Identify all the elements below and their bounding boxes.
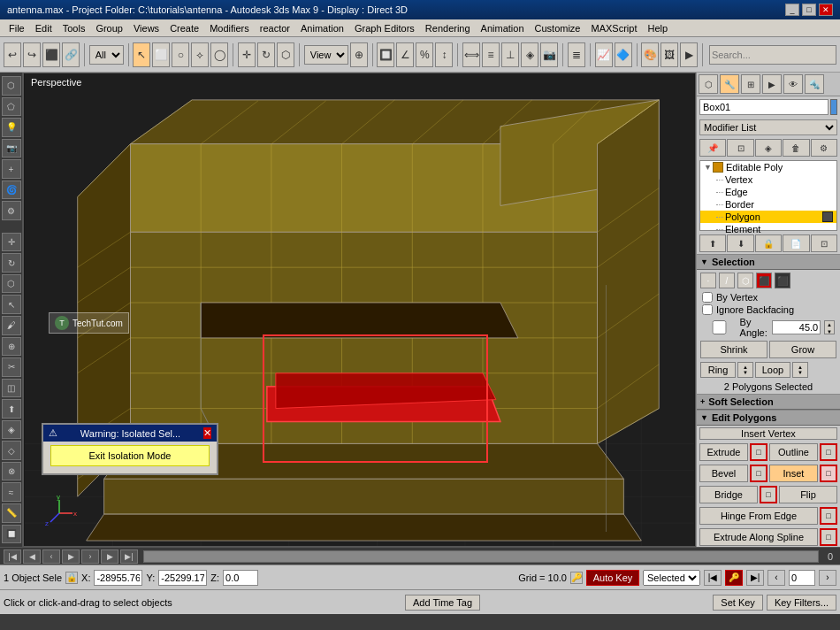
anim-start-btn[interactable]: |◀ [4, 549, 21, 564]
link-button[interactable]: 🔗 [62, 42, 80, 67]
angle-snap[interactable]: ∠ [396, 42, 414, 67]
tree-vertex[interactable]: Vertex [700, 173, 836, 186]
create-systems[interactable]: ⚙ [2, 201, 21, 220]
rp-hierarchy-btn[interactable]: ⊞ [741, 74, 760, 94]
scale-tool[interactable]: ⬡ [2, 274, 21, 294]
menu-modifiers[interactable]: Modifiers [204, 21, 255, 35]
extrude-button[interactable]: Extrude [699, 443, 748, 461]
cut-tool[interactable]: ✂ [2, 357, 21, 377]
curve-editor[interactable]: 📈 [595, 42, 613, 67]
stack-edit-5[interactable]: ⊡ [811, 234, 837, 252]
menu-customize[interactable]: Customize [530, 21, 586, 35]
modifier-list-select[interactable]: Modifier List [699, 119, 837, 135]
rp-display-btn[interactable]: 👁 [783, 74, 803, 94]
bevel-settings-button[interactable]: □ [750, 465, 767, 482]
rp-create-btn[interactable]: ⬡ [699, 74, 718, 94]
select-region-rect[interactable]: ⬜ [152, 42, 170, 67]
key-icon[interactable]: 🔑 [570, 572, 583, 584]
outline-button[interactable]: Outline [769, 443, 818, 461]
measure-tool[interactable]: 📏 [2, 503, 21, 523]
normal-align[interactable]: ⊥ [501, 42, 519, 67]
hinge-settings-button[interactable]: □ [820, 507, 837, 525]
loop-button[interactable]: Loop [755, 362, 790, 378]
auto-key-button[interactable]: Auto Key [586, 570, 639, 586]
inset-button[interactable]: Inset [769, 465, 818, 482]
unwrap-tool[interactable]: 🔲 [2, 525, 21, 544]
sel-vertex-icon[interactable]: · [700, 273, 716, 288]
scale-button[interactable]: ⬡ [277, 42, 294, 67]
select-region-lasso[interactable]: ◯ [210, 42, 228, 67]
select-tool[interactable]: ↖ [2, 295, 21, 314]
select-obj-button[interactable]: ⬛ [42, 42, 60, 67]
remove-modifier-btn[interactable]: 🗑 [783, 139, 809, 157]
show-end-result-btn[interactable]: ⊡ [727, 139, 753, 157]
key-filters-button[interactable]: Key Filters... [767, 595, 836, 611]
close-button[interactable]: ✕ [819, 4, 833, 16]
reference-coord[interactable]: View [304, 45, 348, 65]
anim-end-btn[interactable]: ▶| [120, 549, 138, 564]
create-lights[interactable]: 💡 [2, 118, 21, 137]
quick-render[interactable]: ▶ [680, 42, 698, 67]
bevel-tool[interactable]: ◈ [2, 420, 21, 440]
tree-edge[interactable]: Edge [700, 186, 836, 198]
loop-spinner[interactable]: ▲ ▼ [792, 362, 808, 378]
key-left-btn[interactable]: |◀ [704, 570, 722, 586]
extrude-spline-button[interactable]: Extrude Along Spline [699, 528, 818, 546]
grow-button[interactable]: Grow [769, 341, 836, 358]
rotate-tool[interactable]: ↻ [2, 253, 21, 273]
ignore-backfacing-checkbox[interactable] [702, 304, 713, 315]
create-helpers[interactable]: + [2, 159, 21, 179]
minimize-button[interactable]: _ [785, 4, 799, 16]
set-key-button[interactable]: 🔑 [725, 570, 743, 586]
place-highlight[interactable]: ◈ [521, 42, 538, 67]
selection-filter[interactable]: All [89, 45, 124, 65]
rotate-button[interactable]: ↻ [257, 42, 275, 67]
warning-close-button[interactable]: ✕ [203, 427, 211, 439]
stack-edit-4[interactable]: 📄 [783, 234, 809, 252]
layer-manager[interactable]: ≣ [568, 42, 585, 67]
move-tool[interactable]: ✛ [2, 233, 21, 252]
rp-utilities-btn[interactable]: 🔩 [805, 74, 824, 94]
timeline-slider[interactable] [143, 550, 819, 563]
set-key-label-btn[interactable]: Set Key [713, 595, 763, 611]
sel-border-icon[interactable]: ⬡ [737, 273, 753, 288]
search-input[interactable] [709, 45, 836, 65]
tree-element[interactable]: Element [700, 223, 836, 235]
edit-polygons-header[interactable]: ▼ Edit Polygons [697, 410, 840, 426]
menu-file[interactable]: File [4, 21, 30, 35]
object-name-input[interactable] [699, 99, 829, 115]
extrude-tool[interactable]: ⬆ [2, 399, 21, 419]
menu-maxscript[interactable]: MAXScript [585, 21, 642, 35]
schematic-view[interactable]: 🔷 [615, 42, 632, 67]
extrude-spline-settings-button[interactable]: □ [820, 528, 837, 546]
render-scene[interactable]: 🖼 [661, 42, 678, 67]
bridge-settings-button[interactable]: □ [760, 486, 777, 503]
menu-reactor[interactable]: reactor [255, 21, 295, 35]
insert-vertex-button[interactable]: Insert Vertex [699, 427, 837, 440]
anim-next-frame-btn[interactable]: › [81, 549, 99, 564]
tree-border[interactable]: Border [700, 198, 836, 211]
by-vertex-checkbox[interactable] [702, 292, 713, 303]
smooth-tool[interactable]: ≈ [2, 482, 21, 502]
create-shapes[interactable]: ⬠ [2, 97, 21, 117]
rp-motion-btn[interactable]: ▶ [762, 74, 782, 94]
material-editor[interactable]: 🎨 [641, 42, 659, 67]
extrude-settings-button[interactable]: □ [750, 443, 767, 461]
menu-graph-editors[interactable]: Graph Editors [349, 21, 420, 35]
key-right-btn[interactable]: ▶| [746, 570, 764, 586]
stack-edit-3[interactable]: 🔒 [755, 234, 782, 252]
outline-settings-button[interactable]: □ [820, 443, 837, 461]
sel-edge-icon[interactable]: / [719, 273, 735, 288]
exit-isolation-button[interactable]: Exit Isolation Mode [50, 445, 210, 466]
sel-polygon-icon[interactable]: ⬛ [756, 273, 772, 288]
move-button[interactable]: ✛ [238, 42, 256, 67]
menu-animation[interactable]: Animation [295, 21, 349, 35]
make-unique-btn[interactable]: ◈ [755, 139, 782, 157]
sel-element-icon[interactable]: ⬛ [775, 273, 790, 288]
lock-icon[interactable]: 🔒 [65, 572, 78, 584]
redo-button[interactable]: ↪ [23, 42, 41, 67]
bevel-button[interactable]: Bevel [699, 465, 748, 482]
select-region-circle[interactable]: ○ [172, 42, 189, 67]
create-cameras[interactable]: 📷 [2, 139, 21, 158]
by-angle-spinner[interactable]: ▲ ▼ [824, 320, 835, 334]
